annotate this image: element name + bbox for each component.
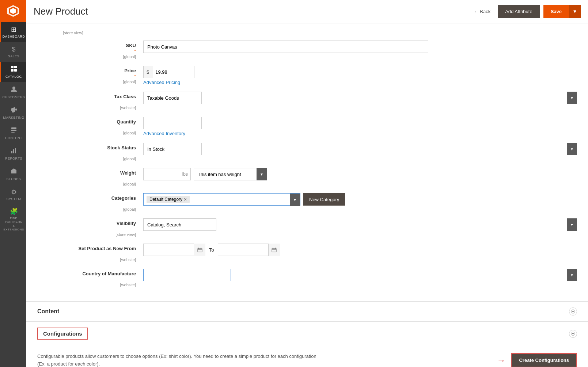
sidebar: ⊞ DASHBOARD $ SALES CATALOG CUSTOMERS xyxy=(0,0,26,367)
country-select[interactable]: United States China xyxy=(143,269,231,281)
svg-point-23 xyxy=(571,310,575,313)
tax-class-dropdown-arrow: ▼ xyxy=(567,92,577,104)
sidebar-item-dashboard[interactable]: ⊞ DASHBOARD xyxy=(0,22,26,42)
weight-type-select-wrapper: This item has weight This item has no we… xyxy=(194,168,267,180)
svg-rect-11 xyxy=(11,151,12,153)
set-product-new-scope: [website] xyxy=(120,257,136,262)
sidebar-item-label: DASHBOARD xyxy=(3,35,25,38)
page-title: New Product xyxy=(34,6,474,17)
svg-rect-10 xyxy=(11,132,15,133)
svg-point-4 xyxy=(12,87,15,89)
stock-status-row: Stock Status [global] In Stock Out of St… xyxy=(63,143,577,161)
stock-status-select[interactable]: In Stock Out of Stock xyxy=(143,143,202,155)
advanced-inventory-link[interactable]: Advanced Inventory xyxy=(143,131,577,136)
categories-label: Categories xyxy=(63,195,136,201)
add-attribute-button[interactable]: Add Attribute xyxy=(498,5,539,18)
weight-scope: [global] xyxy=(123,182,136,186)
sku-row: SKU * [global] xyxy=(63,41,577,59)
content-area: [store view] SKU * [global] Price * xyxy=(26,23,588,367)
sidebar-item-system[interactable]: ⚙ SYSTEM xyxy=(0,184,26,204)
content-collapse-icon[interactable] xyxy=(569,307,577,316)
set-product-new-label: Set Product as New From xyxy=(63,246,136,251)
save-button[interactable]: Save xyxy=(543,5,569,18)
sidebar-item-label: CONTENT xyxy=(5,136,22,140)
date-to-wrapper xyxy=(218,244,280,256)
svg-rect-2 xyxy=(11,69,14,72)
sidebar-item-label: STORES xyxy=(7,177,21,181)
visibility-select[interactable]: Catalog, Search Not Visible Individually… xyxy=(143,218,216,231)
svg-rect-3 xyxy=(14,69,17,72)
sidebar-item-catalog[interactable]: CATALOG xyxy=(0,62,26,82)
category-tag-remove[interactable]: × xyxy=(184,196,187,202)
price-label-col: Price * [global] xyxy=(63,66,143,84)
sidebar-item-label: REPORTS xyxy=(5,157,22,160)
back-button[interactable]: ← Back xyxy=(474,9,490,14)
weight-row: Weight [global] lbs This item has weight xyxy=(63,168,577,187)
tax-class-label-col: Tax Class [website] xyxy=(63,92,143,110)
weight-label-col: Weight [global] xyxy=(63,168,143,187)
country-control: United States China ▼ xyxy=(143,269,577,281)
stock-status-control: In Stock Out of Stock ▼ xyxy=(143,143,577,155)
configurations-title: Configurations xyxy=(37,328,88,340)
system-icon: ⚙ xyxy=(11,188,17,196)
sidebar-item-content[interactable]: CONTENT xyxy=(0,123,26,144)
svg-rect-9 xyxy=(11,130,16,131)
content-section-header[interactable]: Content xyxy=(26,301,588,321)
weight-input-wrapper: lbs xyxy=(143,168,191,180)
quantity-input[interactable] xyxy=(143,117,202,129)
sidebar-item-customers[interactable]: CUSTOMERS xyxy=(0,82,26,103)
date-from-wrapper xyxy=(143,244,205,256)
visibility-row: Visibility [store view] Catalog, Search … xyxy=(63,218,577,237)
content-section-title: Content xyxy=(37,308,59,315)
new-category-button[interactable]: New Category xyxy=(303,193,345,206)
sidebar-item-label: CATALOG xyxy=(5,75,22,79)
configurations-description: Configurable products allow customers to… xyxy=(37,353,316,367)
tax-class-row: Tax Class [website] Taxable Goods None ▼ xyxy=(63,92,577,110)
country-label: Country of Manufacture xyxy=(63,271,136,276)
sidebar-item-label: FIND PARTNERS& EXTENSIONS xyxy=(3,217,25,232)
svg-rect-1 xyxy=(14,66,17,68)
price-input[interactable] xyxy=(152,67,185,77)
svg-rect-12 xyxy=(13,149,14,153)
configurations-section: Configurations Configurable products all… xyxy=(26,321,588,367)
sidebar-item-sales[interactable]: $ SALES xyxy=(0,42,26,62)
sidebar-item-extensions[interactable]: 🧩 FIND PARTNERS& EXTENSIONS xyxy=(0,204,26,235)
weight-control: lbs This item has weight This item has n… xyxy=(143,168,577,180)
dashboard-icon: ⊞ xyxy=(11,26,16,34)
sidebar-item-reports[interactable]: REPORTS xyxy=(0,144,26,164)
categories-dropdown-arrow[interactable]: ▼ xyxy=(290,194,300,206)
sku-input[interactable] xyxy=(143,41,428,53)
date-to-label: To xyxy=(209,247,214,253)
tax-class-select[interactable]: Taxable Goods None xyxy=(143,92,202,104)
sidebar-item-label: SALES xyxy=(8,54,20,58)
configurations-collapse-icon[interactable] xyxy=(569,330,577,338)
date-from-calendar-icon[interactable] xyxy=(194,244,205,256)
sidebar-item-marketing[interactable]: MARKETING xyxy=(0,103,26,123)
create-configurations-button[interactable]: Create Configurations xyxy=(511,353,577,367)
arrow-right-icon: → xyxy=(497,355,505,366)
product-form: [store view] SKU * [global] Price * xyxy=(26,23,588,301)
sidebar-logo xyxy=(0,0,26,22)
weight-type-select[interactable]: This item has weight This item has no we… xyxy=(194,168,267,180)
price-row: Price * [global] $ Advanced Pricing xyxy=(63,66,577,85)
categories-scope: [global] xyxy=(123,207,136,211)
tax-class-control: Taxable Goods None ▼ xyxy=(143,92,577,104)
sku-scope: [global] xyxy=(123,54,136,59)
svg-point-24 xyxy=(571,332,575,336)
set-product-new-row: Set Product as New From [website] xyxy=(63,244,577,262)
visibility-dropdown-arrow: ▼ xyxy=(567,218,577,231)
sku-control xyxy=(143,41,577,53)
price-label: Price xyxy=(63,68,136,73)
country-dropdown-arrow: ▼ xyxy=(567,269,577,281)
advanced-pricing-link[interactable]: Advanced Pricing xyxy=(143,80,577,85)
visibility-label-col: Visibility [store view] xyxy=(63,218,143,237)
date-to-calendar-icon[interactable] xyxy=(268,244,280,256)
categories-control: Default Category × ▼ New Category xyxy=(143,193,577,206)
sidebar-item-stores[interactable]: STORES xyxy=(0,164,26,184)
stock-status-dropdown-arrow: ▼ xyxy=(567,143,577,155)
stock-status-label: Stock Status xyxy=(63,145,136,150)
save-dropdown-button[interactable]: ▼ xyxy=(569,5,581,18)
categories-select-box[interactable]: Default Category × ▼ xyxy=(143,193,300,206)
reports-icon xyxy=(11,147,17,156)
svg-rect-19 xyxy=(272,248,276,252)
